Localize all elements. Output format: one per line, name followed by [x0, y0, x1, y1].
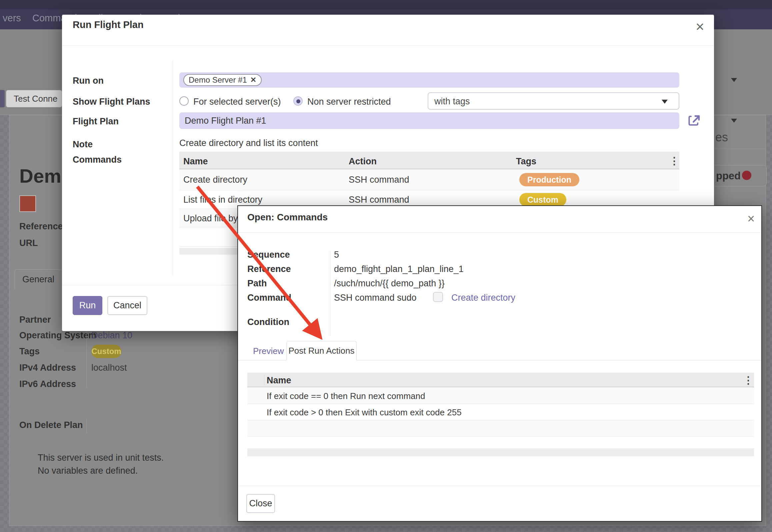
table-row[interactable]: If exit code > 0 then Exit with custom e…	[247, 404, 754, 420]
header-divider	[238, 232, 761, 233]
server-tag-pill[interactable]: Demo Server #1 ✕	[183, 74, 262, 86]
col-tags[interactable]: Tags	[516, 156, 536, 167]
empty-table-row	[247, 420, 754, 436]
table-row[interactable]: If exit code == 0 then Run next command	[247, 387, 754, 404]
sequence-label: Sequence	[247, 250, 290, 260]
cell-name: If exit code > 0 then Exit with custom e…	[267, 407, 462, 418]
reference-label: Reference	[19, 221, 63, 232]
sequence-value: 5	[334, 250, 339, 260]
sudo-checkbox[interactable]	[433, 292, 443, 302]
tag-badge-production: Production	[519, 173, 579, 186]
dropdown-caret-icon[interactable]	[662, 100, 668, 104]
right-heading-fragment: es	[715, 130, 728, 144]
nav-item-servers[interactable]: vers	[3, 13, 21, 24]
radio-non-server-restricted-label[interactable]: Non server restricted	[307, 97, 391, 107]
flight-plan-caption: Create directory and list its content	[179, 138, 318, 148]
ipv4-label: IPv4 Address	[19, 363, 76, 373]
command-link[interactable]: Create directory	[451, 293, 515, 303]
partner-label: Partner	[19, 315, 51, 325]
commands-label: Commands	[73, 155, 122, 165]
close-icon[interactable]: ×	[747, 213, 755, 225]
status-dot-icon	[742, 171, 751, 180]
cell-name: List files in directory	[183, 195, 262, 205]
path-label: Path	[247, 278, 267, 289]
color-swatch[interactable]	[19, 195, 36, 212]
tag-badge-custom: Custom	[519, 193, 566, 206]
run-on-multiselect[interactable]: Demo Server #1 ✕	[179, 72, 679, 88]
note-label: Note	[73, 139, 93, 150]
footer-divider	[238, 486, 761, 486]
show-flight-plans-label: Show Flight Plans	[73, 97, 150, 107]
cell-action: SSH command	[349, 195, 409, 205]
col-action[interactable]: Action	[349, 156, 377, 167]
cancel-button[interactable]: Cancel	[107, 296, 147, 315]
external-link-icon[interactable]	[687, 113, 702, 128]
dropdown-caret-icon[interactable]	[731, 78, 737, 82]
dialog-title: Open: Commands	[247, 212, 328, 223]
cell-name: Upload file by	[183, 213, 238, 224]
ipv6-label: IPv6 Address	[19, 379, 76, 389]
nav-top-strip	[0, 0, 772, 9]
close-icon[interactable]: ×	[696, 21, 704, 33]
table-row[interactable]: Create directory SSH command Production	[179, 169, 679, 190]
with-tags-select[interactable]: with tags	[428, 92, 679, 110]
os-label: Operating System	[19, 330, 96, 341]
field-separator-line2	[86, 419, 87, 434]
post-run-table-header: Name ⋮	[247, 373, 754, 387]
test-connection-button[interactable]: Test Conne	[6, 90, 62, 107]
run-button[interactable]: Run	[73, 296, 102, 315]
command-label: Command	[247, 293, 291, 303]
cell-action: SSH command	[349, 175, 409, 185]
kebab-menu-icon[interactable]: ⋮	[669, 155, 679, 167]
on-delete-plan-label: On Delete Plan	[19, 420, 83, 430]
flight-plan-select[interactable]: Demo Flight Plan #1	[179, 112, 679, 129]
tab-general[interactable]: General	[15, 269, 62, 289]
right-divider	[714, 149, 766, 149]
primary-button-fragment[interactable]	[0, 90, 5, 107]
reference-value: demo_flight_plan_1_plan_line_1	[334, 264, 464, 274]
col-name[interactable]: Name	[183, 156, 208, 167]
kebab-menu-icon[interactable]: ⋮	[743, 374, 753, 386]
label-field-separator	[330, 251, 330, 336]
col-name[interactable]: Name	[267, 375, 291, 386]
status-label: pped	[716, 170, 741, 182]
dropdown-caret-icon[interactable]	[731, 119, 737, 123]
selector-col-divider	[264, 375, 264, 385]
ipv4-value: localhost	[91, 363, 127, 373]
cell-name: If exit code == 0 then Run next command	[267, 391, 425, 401]
flight-plan-label: Flight Plan	[73, 116, 119, 127]
cell-name: Create directory	[183, 175, 247, 185]
os-value-link[interactable]: Debian 10	[91, 330, 132, 341]
screen: vers Commands Files Tools Settings Test …	[0, 0, 772, 532]
tab-preview[interactable]: Preview	[253, 346, 284, 356]
tab-post-run-actions[interactable]: Post Run Actions	[286, 341, 357, 360]
with-tags-value: with tags	[434, 96, 470, 107]
url-label: URL	[19, 238, 38, 248]
path-value: /such/much/{{ demo_path }}	[334, 278, 445, 289]
run-on-label: Run on	[73, 76, 104, 86]
commands-table-header: Name Action Tags ⋮	[179, 152, 679, 169]
radio-non-server-restricted[interactable]	[293, 96, 303, 106]
remove-tag-icon[interactable]: ✕	[250, 76, 256, 84]
server-tag-label: Demo Server #1	[189, 75, 247, 85]
command-value: SSH command sudo	[334, 293, 417, 303]
row-divider	[247, 436, 754, 436]
tag-badge-custom: Custom	[91, 345, 121, 358]
close-button[interactable]: Close	[246, 494, 275, 513]
header-divider	[62, 45, 714, 46]
label-field-separator	[173, 60, 173, 275]
unit-test-note-line2: No variables are defined.	[38, 466, 138, 476]
radio-for-selected-servers[interactable]	[179, 96, 189, 106]
table-footer-strip	[247, 448, 754, 456]
radio-for-selected-servers-label[interactable]: For selected server(s)	[193, 97, 281, 107]
tags-label: Tags	[19, 346, 40, 357]
condition-label: Condition	[247, 317, 289, 327]
dialog-title: Run Flight Plan	[73, 19, 144, 30]
unit-test-note-line1: This server is used in unit tests.	[38, 453, 164, 463]
reference-label: Reference	[247, 264, 291, 274]
flight-plan-value: Demo Flight Plan #1	[185, 116, 266, 126]
open-commands-dialog: Open: Commands × Sequence 5 Reference de…	[237, 205, 762, 522]
